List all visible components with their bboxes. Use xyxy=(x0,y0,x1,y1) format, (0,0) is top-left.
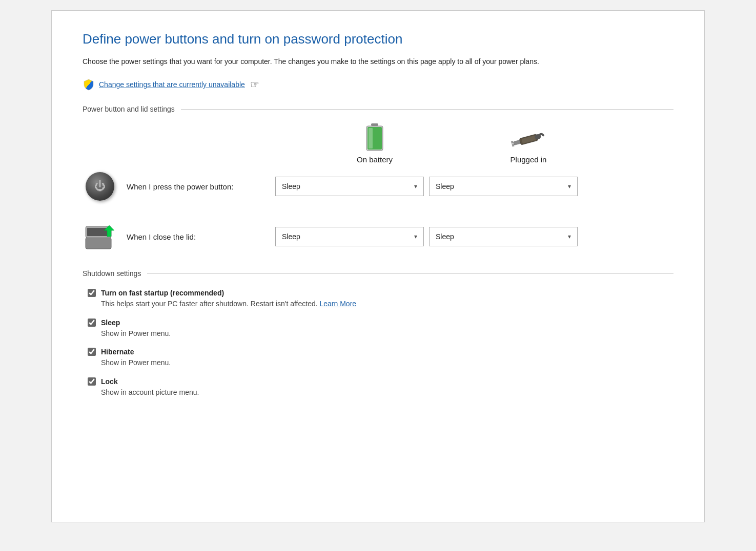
shutdown-settings-title: Shutdown settings xyxy=(83,269,141,278)
lock-row: Lock Show in account picture menu. xyxy=(83,377,673,398)
page-title: Define power buttons and turn on passwor… xyxy=(83,31,673,47)
svg-rect-3 xyxy=(369,128,373,149)
shutdown-section-divider xyxy=(147,273,673,274)
column-headers: On battery xyxy=(298,123,673,164)
sleep-description: Show in Power menu. xyxy=(88,329,673,339)
battery-icon xyxy=(365,123,384,152)
plugged-column-label: Plugged in xyxy=(510,155,547,164)
hibernate-description: Show in Power menu. xyxy=(88,358,673,368)
power-button-label: When I press the power button: xyxy=(127,182,275,191)
shutdown-settings-header: Shutdown settings xyxy=(83,269,673,278)
svg-rect-5 xyxy=(511,141,514,144)
power-button-icon: ⏻ xyxy=(86,172,114,201)
hibernate-label: Hibernate xyxy=(101,348,134,356)
sleep-label: Sleep xyxy=(101,319,120,327)
main-window: Define power buttons and turn on passwor… xyxy=(51,10,705,522)
hibernate-label-row: Hibernate xyxy=(88,348,673,356)
hibernate-row: Hibernate Show in Power menu. xyxy=(83,348,673,368)
shield-icon xyxy=(83,78,95,91)
fast-startup-description: This helps start your PC faster after sh… xyxy=(88,299,673,309)
dropdown-arrow-icon: ▾ xyxy=(568,233,571,240)
hibernate-checkbox[interactable] xyxy=(88,348,96,356)
dropdown-arrow-icon: ▾ xyxy=(414,233,417,240)
svg-rect-10 xyxy=(86,238,111,249)
power-button-plugged-value: Sleep xyxy=(436,182,454,190)
lock-description: Show in account picture menu. xyxy=(88,388,673,398)
close-lid-battery-dropdown[interactable]: Sleep ▾ xyxy=(275,227,424,246)
lock-label: Lock xyxy=(101,377,118,386)
close-lid-battery-value: Sleep xyxy=(282,232,300,241)
dropdown-arrow-icon: ▾ xyxy=(414,183,417,190)
power-button-lid-title: Power button and lid settings xyxy=(83,105,175,113)
laptop-lid-icon-wrapper xyxy=(83,219,117,254)
power-button-row: ⏻ When I press the power button: Sleep ▾… xyxy=(83,169,673,204)
plugged-column-header: Plugged in xyxy=(452,126,605,164)
dropdown-arrow-icon: ▾ xyxy=(568,183,571,190)
battery-column-label: On battery xyxy=(357,155,393,164)
change-settings-row[interactable]: Change settings that are currently unava… xyxy=(83,78,673,91)
power-symbol: ⏻ xyxy=(94,181,106,192)
fast-startup-row: Turn on fast startup (recommended) This … xyxy=(83,289,673,309)
section-divider xyxy=(181,109,673,110)
cursor-hand-icon: ☞ xyxy=(250,78,259,91)
laptop-lid-icon xyxy=(84,221,116,252)
close-lid-plugged-dropdown[interactable]: Sleep ▾ xyxy=(429,227,578,246)
change-settings-link[interactable]: Change settings that are currently unava… xyxy=(99,80,245,89)
lock-checkbox[interactable] xyxy=(88,377,96,386)
sleep-checkbox[interactable] xyxy=(88,319,96,327)
power-button-icon-wrapper: ⏻ xyxy=(83,169,117,204)
lock-label-row: Lock xyxy=(88,377,673,386)
shutdown-settings-section: Shutdown settings Turn on fast startup (… xyxy=(83,269,673,397)
sleep-label-row: Sleep xyxy=(88,319,673,327)
close-lid-label: When I close the lid: xyxy=(127,232,275,241)
learn-more-link[interactable]: Learn More xyxy=(320,300,357,308)
fast-startup-label-row: Turn on fast startup (recommended) xyxy=(88,289,673,297)
fast-startup-checkbox[interactable] xyxy=(88,289,96,297)
power-button-lid-header: Power button and lid settings xyxy=(83,105,673,113)
close-lid-row: When I close the lid: Sleep ▾ Sleep ▾ xyxy=(83,219,673,254)
power-button-battery-value: Sleep xyxy=(282,182,300,190)
power-button-plugged-dropdown[interactable]: Sleep ▾ xyxy=(429,177,578,196)
sleep-row: Sleep Show in Power menu. xyxy=(83,319,673,339)
plug-icon xyxy=(510,126,546,152)
close-lid-plugged-value: Sleep xyxy=(436,232,454,241)
power-button-battery-dropdown[interactable]: Sleep ▾ xyxy=(275,177,424,196)
battery-column-header: On battery xyxy=(298,123,452,164)
page-description: Choose the power settings that you want … xyxy=(83,56,672,67)
fast-startup-label: Turn on fast startup (recommended) xyxy=(101,289,224,297)
svg-rect-0 xyxy=(371,123,378,126)
